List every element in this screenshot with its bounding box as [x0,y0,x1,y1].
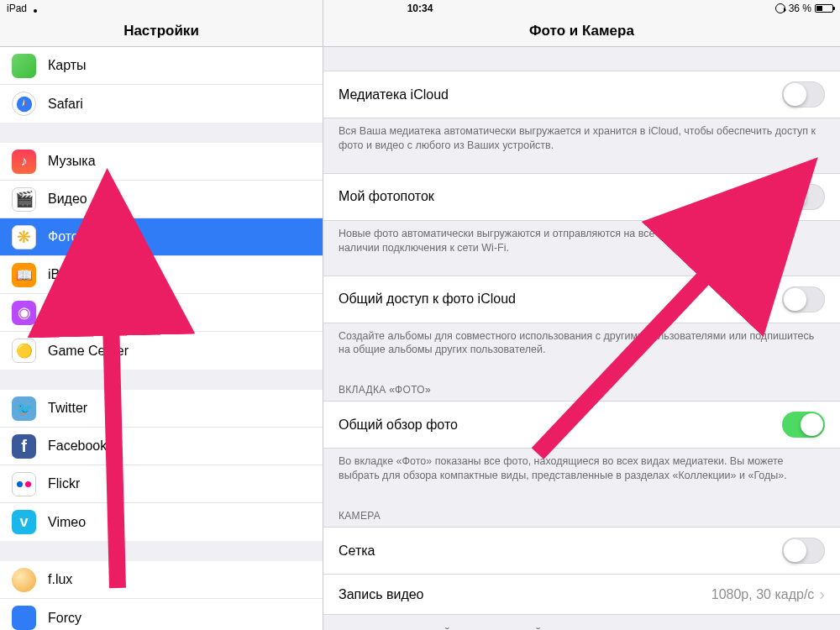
detail-pane: Медиатека iCloud Вся Ваша медиатека авто… [323,47,840,630]
orientation-lock-icon [775,3,785,13]
row-record-video[interactable]: Запись видео 1080p, 30 кадр/с › [323,575,840,615]
sidebar-item-label: Forcy [48,611,323,626]
sidebar-item-label: Game Center [48,344,323,359]
sidebar-item-label: Музыка [48,154,323,169]
sidebar-item-podcasts[interactable]: Подкасты [0,294,323,332]
chevron-right-icon: › [819,585,825,604]
row-footer: Создайте альбомы для совместного использ… [323,323,840,371]
sidebar-item-maps[interactable]: Карты [0,47,323,85]
sidebar-item-flickr[interactable]: Flickr [0,465,323,503]
sidebar-item-label: Vimeo [48,515,323,530]
maps-icon [12,54,36,78]
row-label: Мой фотопоток [339,189,782,204]
toggle-summary[interactable] [782,412,825,438]
status-bar: iPad 10:34 36 % [0,0,840,17]
sidebar-item-label: Twitter [48,401,323,416]
podcasts-icon [12,301,36,325]
wifi-icon [30,3,40,13]
ibooks-icon [12,263,36,287]
sidebar-item-label: Карты [48,58,323,73]
sidebar-item-photos[interactable]: Фото и Камера [0,218,323,256]
photos-icon [12,225,36,249]
facebook-icon [12,434,36,459]
settings-sidebar: Карты Safari ♪ Музыка Видео [0,47,323,630]
row-summary[interactable]: Общий обзор фото [323,401,840,449]
row-grid[interactable]: Сетка [323,527,840,575]
music-icon: ♪ [12,150,36,174]
row-label: Медиатека iCloud [339,87,782,102]
safari-icon [12,92,36,116]
clock: 10:34 [282,3,558,14]
sidebar-item-flux[interactable]: f.lux [0,561,323,599]
section-header-photos-tab: ВКЛАДКА «ФОТО» [323,377,840,401]
toggle-grid[interactable] [782,538,825,564]
sidebar-item-label: f.lux [48,572,323,587]
sidebar-item-forcy[interactable]: Forcy [0,599,323,630]
sidebar-item-label: iBooks [48,267,323,282]
battery-text: 36 % [789,3,811,14]
sidebar-item-videos[interactable]: Видео [0,181,323,218]
row-label: Запись видео [339,587,711,602]
sidebar-item-twitter[interactable]: Twitter [0,390,323,428]
flux-icon [12,568,36,592]
sidebar-item-gamecenter[interactable]: Game Center [0,332,323,370]
sidebar-item-label: Safari [48,97,323,112]
sidebar-item-vimeo[interactable]: Vimeo [0,503,323,541]
flickr-icon [12,472,36,496]
row-value: 1080p, 30 кадр/с [711,587,815,602]
sidebar-item-safari[interactable]: Safari [0,85,323,123]
sidebar-item-facebook[interactable]: Facebook [0,428,323,465]
vimeo-icon [12,510,36,534]
sidebar-item-label: Фото и Камера [48,229,323,244]
device-label: iPad [7,3,27,14]
row-photo-stream[interactable]: Мой фотопоток [323,173,840,221]
toggle-icloud-library[interactable] [782,81,825,108]
toggle-icloud-sharing[interactable] [782,286,825,312]
row-footer: Во вкладке «Фото» показаны все фото, нах… [323,449,840,496]
sidebar-item-label: Facebook [48,438,323,454]
row-icloud-sharing[interactable]: Общий доступ к фото iCloud [323,276,840,323]
sidebar-item-label: Видео [48,192,323,207]
battery-icon [815,4,833,13]
row-label: Общий обзор фото [339,417,782,433]
gamecenter-icon [12,339,36,363]
toggle-photo-stream[interactable] [782,184,825,210]
twitter-icon [12,396,36,421]
row-label: Общий доступ к фото iCloud [339,291,782,307]
sidebar-item-music[interactable]: ♪ Музыка [0,143,323,181]
sidebar-item-ibooks[interactable]: iBooks [0,256,323,294]
sidebar-item-label: Подкасты [48,305,323,320]
row-icloud-library[interactable]: Медиатека iCloud [323,71,840,118]
row-label: Сетка [339,543,782,559]
sidebar-item-label: Flickr [48,476,323,491]
forcy-icon [12,606,36,630]
section-header-hdr: HDR (РАСШИРЕННЫЙ ДИНАМИЧЕСКИЙ ДИАПАЗОН) [323,622,840,630]
row-footer: Новые фото автоматически выгружаются и о… [323,221,840,269]
videos-icon [12,187,36,212]
section-header-camera: КАМЕРА [323,503,840,527]
row-footer: Вся Ваша медиатека автоматически выгружа… [323,118,840,166]
